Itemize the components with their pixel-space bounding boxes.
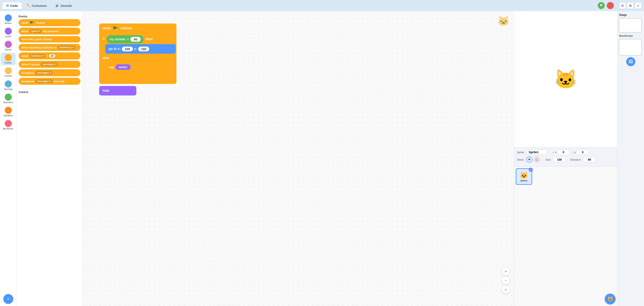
looks-label: Looks [5,35,11,37]
stop-button[interactable] [607,2,614,9]
block-when-flag[interactable]: when clicked [18,19,80,26]
code-icon: ⊞ [6,4,9,7]
right-panel: Stage Backdrops 🖼 [617,11,644,306]
sprite-delete-button[interactable]: ✕ [529,168,533,172]
sidebar-item-sensing[interactable]: Sensing [1,79,16,92]
stage-cat-sprite: 🐱 [554,68,577,90]
script-flag-icon [114,26,118,30]
operators-label: Operators [3,101,13,104]
block-when-receive[interactable]: when I receive message1 ▾ [18,61,80,68]
block-when-sprite-clicked[interactable]: when this sprite clicked [18,36,80,42]
show-icons: 👁 🚫 [526,156,540,163]
size-label: Size [546,158,551,161]
main-area: Motion Looks Sound Events Control Sensin… [0,11,644,306]
variables-dot [5,107,12,114]
add-extension-button[interactable]: + [3,294,13,304]
sidebar-item-myblocks[interactable]: My Blocks [1,119,16,131]
sound-label: Sound [5,48,12,51]
nav-icons: ⊡ ⊟ ⤢ [619,2,642,9]
events-section-title: Events [18,15,80,18]
backdrop-thumb[interactable] [619,39,642,55]
script-container: when clicked if my variable > 50 the [99,23,176,96]
sidebar-item-looks[interactable]: Looks [1,26,16,39]
script-if-header[interactable]: if my variable > 50 then [99,33,176,43]
tab-costumes[interactable]: ✏️ Costumes [23,2,50,9]
condition-block[interactable]: my variable > 50 [106,35,144,43]
zoom-in-button[interactable]: + [502,268,510,276]
direction-label: Direction [570,158,581,161]
sprite-list: ✕ 🐱 Sprite1 🐱 [514,166,617,306]
blocks-panel: Events when clicked when space ▾ key pre… [16,11,83,306]
sidebar-bottom: + [0,292,16,306]
block-when-key[interactable]: when space ▾ key pressed [18,28,80,35]
app: ⊞ Code ✏️ Costumes 🔊 Sounds ⊡ ⊟ ⤢ Motio [0,0,644,306]
tab-code-label: Code [10,4,18,7]
sprite-info-row2: Show 👁 🚫 Size Direction [517,156,614,163]
small-stage-button[interactable]: ⊡ [619,2,626,9]
sidebar-item-operators[interactable]: Operators [1,92,16,105]
show-visible-button[interactable]: 👁 [526,156,532,163]
events-dot [5,54,12,61]
script-hide[interactable]: hide [99,86,136,96]
variables-label: Variables [4,114,13,117]
large-stage-button[interactable]: ⊟ [627,2,634,9]
sidebar-item-motion[interactable]: Motion [1,13,16,25]
sprite-thumb-sprite1[interactable]: ✕ 🐱 Sprite1 [516,168,532,185]
sidebar-item-variables[interactable]: Variables [1,106,16,118]
show-hidden-button[interactable]: 🚫 [534,156,540,163]
block-when-backdrop[interactable]: when backdrop switches to backdrop1 ▾ [18,44,80,51]
sprite-label: Sprite [517,151,524,154]
control-dot [5,67,12,74]
cat-thumbnail: 🐱 [497,15,510,27]
sidebar-item-control[interactable]: Control [1,66,16,78]
zoom-fit-button[interactable]: = [502,286,510,294]
script-when-flag[interactable]: when clicked [99,23,176,33]
sprite-thumb-label: Sprite1 [520,180,528,182]
tab-costumes-label: Costumes [32,4,47,7]
add-sprite-button[interactable]: 🐱 [605,294,616,304]
tab-code[interactable]: ⊞ Code [2,2,22,9]
myblocks-label: My Blocks [3,128,13,130]
sounds-icon: 🔊 [55,4,59,7]
code-area[interactable]: 🐱 when clicked if my variable [83,11,514,306]
fullscreen-button[interactable]: ⤢ [635,2,642,9]
if-body: go to x: 100 y: 100 [99,43,176,54]
direction-input[interactable] [583,157,596,162]
operators-dot [5,94,12,101]
motion-dot [5,14,12,21]
stage-title: Stage [619,13,642,16]
sensing-label: Sensing [4,88,12,90]
tab-sounds[interactable]: 🔊 Sounds [52,2,76,9]
y-coord-input[interactable] [576,150,589,155]
add-backdrop-button[interactable]: 🖼 [626,57,635,66]
sidebar-item-sound[interactable]: Sound [1,40,16,52]
green-flag-button[interactable] [598,2,605,9]
looks-dot [5,28,12,35]
show-label: Show [517,158,524,161]
else-empty-bar [105,73,176,80]
tab-sounds-label: Sounds [60,4,72,7]
top-nav: ⊞ Code ✏️ Costumes 🔊 Sounds ⊡ ⊟ ⤢ [0,0,644,11]
script-say[interactable]: say Hello! [105,62,176,72]
script-goto[interactable]: go to x: 100 y: 100 [105,44,176,54]
sidebar-item-events[interactable]: Events [1,53,16,65]
block-when-loudness[interactable]: when loudness ▾ > 10 [18,52,80,59]
say-value[interactable]: Hello! [116,64,131,70]
block-broadcast-wait[interactable]: broadcast message1 ▾ and wait [18,78,80,85]
zoom-out-button[interactable]: − [502,277,510,285]
costumes-icon: ✏️ [27,4,30,7]
script-else: else [99,54,176,61]
myblocks-dot [5,120,12,127]
stage-thumb [619,18,642,33]
block-broadcast[interactable]: broadcast message1 ▾ [18,69,80,76]
sprite-name-input[interactable] [526,150,547,155]
control-section-title: Control [18,91,80,94]
sprite-info: Sprite ↔ x ↕ y Show [514,147,617,166]
control-label: Control [4,75,12,77]
if-footer [99,81,176,84]
script-stack: when clicked if my variable > 50 the [99,23,176,96]
stage-panel: 🐱 Sprite ↔ x ↕ y [514,11,617,306]
size-input[interactable] [553,157,566,162]
x-coord-label: x [555,151,556,154]
x-coord-input[interactable] [557,150,570,155]
